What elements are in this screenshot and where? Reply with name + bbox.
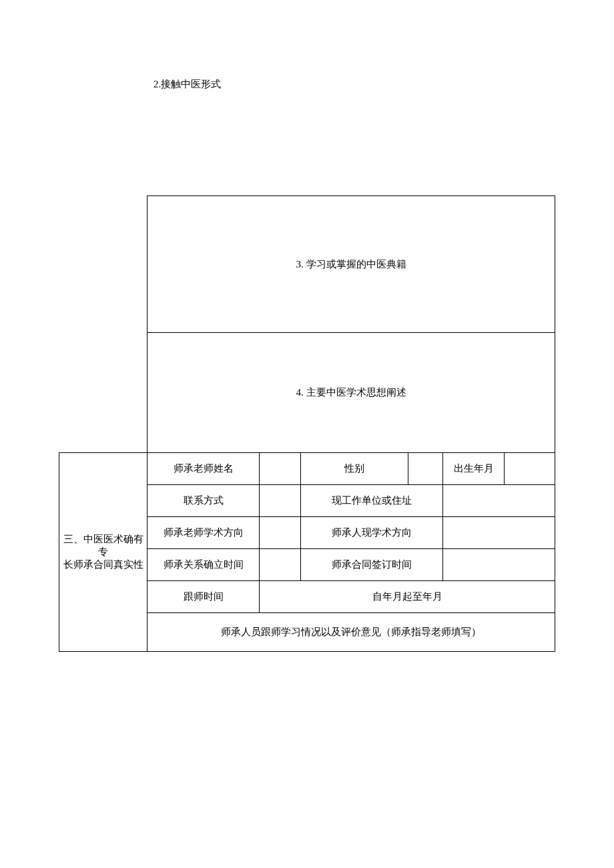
section2-label-cell-b — [59, 333, 147, 453]
item-4-cell: 4. 主要中医学术思想阐述 — [147, 333, 555, 453]
student-direction-value[interactable] — [443, 517, 555, 549]
workplace-label: 现工作单位或住址 — [301, 485, 443, 517]
teacher-direction-label: 师承老师学术方向 — [147, 517, 260, 549]
birth-value[interactable] — [505, 453, 555, 485]
item-3-cell: 3. 学习或掌握的中医典籍 — [147, 196, 555, 333]
gender-value[interactable] — [408, 453, 443, 485]
section2-label-cell-a — [59, 196, 147, 333]
item-2-label: 2.接触中医形式 — [154, 78, 221, 91]
teacher-name-value[interactable] — [260, 453, 301, 485]
contact-label: 联系方式 — [147, 485, 260, 517]
contract-time-value[interactable] — [443, 549, 555, 581]
evaluation-header: 师承人员跟师学习情况以及评价意见（师承指导老师填写） — [147, 613, 555, 652]
section3-title-line1: 三、中医医术确有专 — [61, 533, 145, 558]
section3-title-line2: 长师承合同真实性 — [61, 558, 145, 571]
form-table: 3. 学习或掌握的中医典籍 4. 主要中医学术思想阐述 三、中医医术确有专 长师… — [59, 195, 555, 652]
follow-time-label: 跟师时间 — [147, 581, 260, 613]
gender-label: 性别 — [301, 453, 408, 485]
workplace-value[interactable] — [443, 485, 555, 517]
teacher-direction-value[interactable] — [260, 517, 301, 549]
follow-time-value[interactable]: 自年月起至年月 — [260, 581, 555, 613]
teacher-name-label: 师承老师姓名 — [147, 453, 260, 485]
contract-time-label: 师承合同签订时间 — [301, 549, 443, 581]
relation-time-label: 师承关系确立时间 — [147, 549, 260, 581]
contact-value[interactable] — [260, 485, 301, 517]
section3-title: 三、中医医术确有专 长师承合同真实性 — [59, 453, 147, 652]
student-direction-label: 师承人现学术方向 — [301, 517, 443, 549]
birth-label: 出生年月 — [443, 453, 505, 485]
relation-time-value[interactable] — [260, 549, 301, 581]
